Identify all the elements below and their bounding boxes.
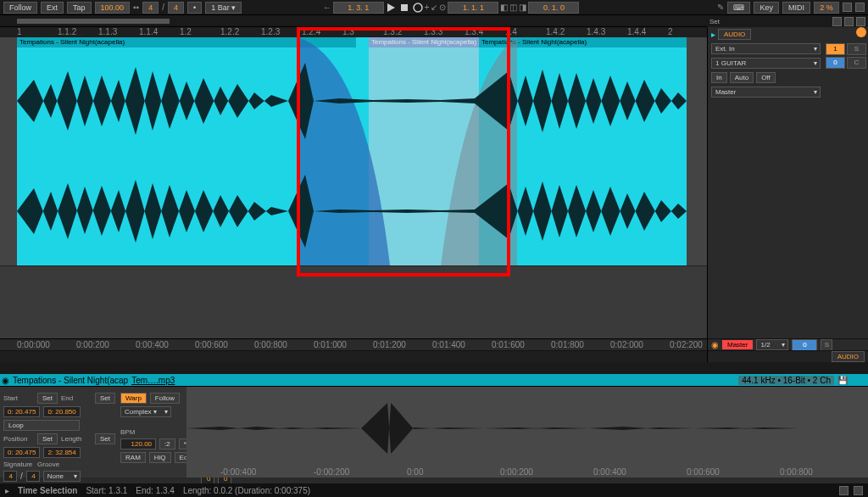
master-output-dropdown[interactable]: 1/2	[756, 339, 788, 350]
signature-label: Signature	[3, 461, 34, 468]
status-bar: ▸ Time Selection Start: 1.3.1 End: 1.3.4…	[0, 483, 868, 497]
solo-button[interactable]: S	[847, 43, 866, 55]
follow-button[interactable]: Follow	[3, 2, 37, 14]
mixer-section-toggle-icon[interactable]	[856, 17, 865, 26]
output-dropdown[interactable]: Master	[711, 87, 821, 98]
draw-mode-icon[interactable]: ✎	[717, 3, 724, 12]
sig-den-value[interactable]: 4	[26, 471, 40, 482]
monitor-in-button[interactable]: In	[711, 72, 727, 83]
master-label[interactable]: Master	[722, 340, 753, 349]
arrangement-timeline[interactable]: 1 1.1.2 1.1.3 1.1.4 1.2 1.2.2 1.2.3 1.2.…	[0, 27, 707, 362]
nudge-down-icon[interactable]: ▪▪	[133, 3, 139, 12]
reenable-auto-icon[interactable]: ⊙	[439, 3, 446, 12]
status-length: Length: 0.0.2 (Duration: 0:00:375)	[183, 486, 310, 495]
clip-detail-name[interactable]: Tempations - Silent Night(acap	[13, 376, 128, 385]
cpu-meter: 2 %	[814, 2, 839, 14]
detail-view-divider[interactable]	[0, 362, 868, 374]
bpm-value[interactable]: 120.00	[120, 438, 156, 450]
footer-audio-label: AUDIO	[832, 351, 865, 362]
punch-in-icon[interactable]: ◧	[500, 3, 508, 12]
quantize-menu[interactable]: 1 Bar ▾	[205, 2, 242, 14]
midi-map-button[interactable]: MIDI	[782, 2, 810, 14]
sig-num-value[interactable]: 4	[3, 471, 17, 482]
monitor-auto-button[interactable]: Auto	[730, 72, 754, 83]
stop-icon[interactable]	[399, 3, 409, 13]
arrangement-master-strip	[0, 350, 707, 362]
loop-length[interactable]: 0. 1. 0	[528, 2, 579, 14]
warp-mode-dropdown[interactable]: Complex ▾	[120, 406, 171, 417]
view-selector-icons	[856, 27, 868, 37]
record-icon[interactable]	[413, 3, 423, 13]
beat-ruler[interactable]: 1 1.1.2 1.1.3 1.1.4 1.2 1.2.2 1.2.3 1.2.…	[0, 27, 707, 37]
bar-ruler[interactable]	[0, 15, 707, 26]
metronome-toggle[interactable]: •	[187, 2, 202, 14]
waveform-channel-right	[0, 165, 687, 258]
key-indicator-icon	[854, 486, 863, 495]
start-set-button[interactable]: Set	[37, 393, 58, 404]
sig-denominator[interactable]: 4	[168, 2, 184, 14]
waveform-channel-left	[0, 54, 687, 148]
master-track-strip: ◉ Master 1/2 0 S	[708, 338, 868, 350]
position-label: Position	[3, 435, 34, 443]
clip-detail-play-icon[interactable]: ◉	[2, 376, 9, 385]
half-tempo-button[interactable]: :2	[159, 438, 175, 450]
length-value[interactable]: 2: 32.854	[43, 447, 80, 458]
input-type-dropdown[interactable]: Ext. In	[711, 43, 821, 54]
sample-editor[interactable]: -0:00:400 -0:00:200 0:00 0:00:200 0:00:4…	[186, 387, 868, 477]
loop-toggle[interactable]: Loop	[3, 420, 80, 431]
groove-dropdown[interactable]: None	[43, 471, 81, 482]
session-view-icon[interactable]	[856, 27, 866, 37]
track-activator[interactable]: 1	[826, 43, 845, 55]
solo-cue-button[interactable]: S	[821, 339, 832, 351]
detail-toggle-icon[interactable]: ▸	[5, 486, 9, 495]
key-map-button[interactable]: Key	[754, 2, 779, 14]
nudge-back-icon[interactable]: ←	[323, 3, 331, 12]
set-label: Set	[709, 18, 720, 25]
length-label: Length	[61, 435, 92, 443]
loop-toggle-icon[interactable]: ◫	[509, 3, 517, 12]
clip-file-link[interactable]: Tem….mp3	[131, 376, 175, 385]
clip-save-icon[interactable]: 💾	[837, 376, 848, 385]
input-channel-dropdown[interactable]: 1 GUITAR	[711, 58, 821, 69]
bpm-label: BPM	[120, 428, 151, 436]
master-volume[interactable]: 0	[792, 339, 817, 351]
time-ruler[interactable]: 0:00:000 0:00:200 0:00:400 0:00:600 0:00…	[0, 338, 707, 350]
ext-button[interactable]: Ext	[41, 2, 64, 14]
end-value[interactable]: 0: 20.850	[43, 406, 80, 417]
hiq-toggle[interactable]: HiQ	[149, 452, 171, 463]
midi-indicator-icon	[839, 486, 849, 495]
len-set-button[interactable]: Set	[95, 433, 115, 444]
audio-track-lane[interactable]: Tempations - Silent Night(acapella) Temp…	[0, 37, 707, 266]
punch-out-icon[interactable]: ◨	[519, 3, 526, 12]
svg-rect-1	[401, 4, 408, 11]
start-value[interactable]: 0: 20.475	[3, 406, 40, 417]
warp-toggle[interactable]: Warp	[120, 393, 147, 404]
sig-numerator[interactable]: 4	[142, 2, 159, 14]
overview-scrollbar[interactable]	[17, 19, 170, 24]
overdub-icon[interactable]: +	[425, 3, 430, 12]
arm-button[interactable]: 0	[826, 57, 845, 69]
pos-set-button[interactable]: Set	[37, 433, 58, 444]
monitor-off-button[interactable]: Off	[756, 72, 776, 83]
automation-arm-icon[interactable]: ↙	[431, 3, 437, 12]
master-stop-icon[interactable]: ◉	[711, 340, 719, 349]
crossfade-button[interactable]: C	[847, 57, 866, 69]
tap-button[interactable]: Tap	[67, 2, 92, 14]
end-set-button[interactable]: Set	[95, 393, 115, 404]
track-play-icon[interactable]: ▸	[711, 30, 715, 39]
play-icon[interactable]	[386, 3, 396, 13]
track-title[interactable]: AUDIO	[718, 29, 751, 40]
ram-toggle[interactable]: RAM	[120, 452, 146, 463]
tempo-field[interactable]: 100.00	[95, 2, 131, 14]
track-header-panel: ▸ AUDIO Ext. In 1 GUITAR In Auto Off Mas…	[707, 27, 868, 362]
arrangement-area: 1 1.1.2 1.1.3 1.1.4 1.2 1.2.2 1.2.3 1.2.…	[0, 27, 868, 362]
follow-toggle[interactable]: Follow	[150, 393, 180, 404]
sends-section-toggle-icon[interactable]	[844, 17, 854, 26]
status-start: Start: 1.3.1	[86, 486, 127, 495]
computer-midi-icon[interactable]: ⌨	[727, 2, 750, 14]
loop-position[interactable]: 1. 1. 1	[448, 2, 498, 14]
io-section-toggle-icon[interactable]	[832, 17, 842, 26]
transport-position[interactable]: 1. 3. 1	[333, 2, 384, 14]
sample-time-ruler[interactable]: -0:00:400 -0:00:200 0:00 0:00:200 0:00:4…	[186, 467, 868, 477]
position-value[interactable]: 0: 20.475	[3, 447, 40, 458]
